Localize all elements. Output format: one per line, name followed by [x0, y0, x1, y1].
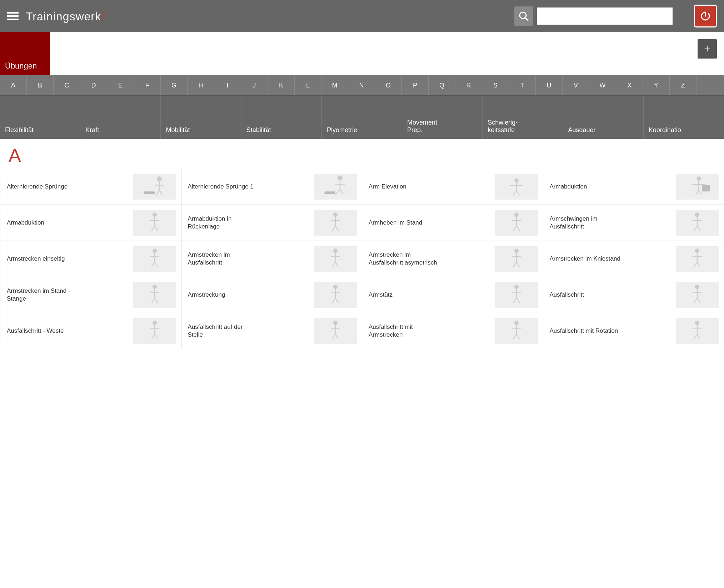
- exercise-item[interactable]: Arm Elevation: [362, 169, 543, 205]
- exercise-item[interactable]: Ausfallschritt auf der Stelle: [181, 313, 363, 349]
- exercise-item[interactable]: Armstrecken im Ausfallschritt: [181, 241, 363, 277]
- filter-item-ausdauer[interactable]: Ausdauer: [563, 96, 644, 139]
- svg-line-91: [155, 334, 158, 339]
- exercise-name: Armstrecken im Ausfallschritt: [188, 251, 259, 267]
- exercise-name: Armstrecken im Kniestand: [550, 255, 620, 263]
- exercise-image: [314, 318, 357, 344]
- exercise-item[interactable]: Armstrecken einseitig: [0, 241, 181, 277]
- svg-point-52: [333, 248, 338, 253]
- svg-point-92: [333, 321, 338, 325]
- svg-rect-9: [144, 191, 155, 194]
- alpha-item-x[interactable]: X: [616, 75, 643, 95]
- svg-line-90: [151, 334, 155, 339]
- exercise-image: [676, 210, 719, 236]
- exercise-image: [133, 246, 176, 272]
- filter-item-flexibilität[interactable]: Flexibilität: [0, 96, 80, 139]
- alpha-item-i[interactable]: I: [214, 75, 241, 95]
- alpha-item-r[interactable]: R: [455, 75, 482, 95]
- sub-header-white: +: [50, 32, 724, 75]
- exercise-image: [676, 246, 719, 272]
- exercise-item[interactable]: Armstrecken im Stand - Stange: [0, 277, 181, 313]
- svg-line-35: [332, 226, 335, 231]
- exercise-item[interactable]: Alternierende Sprünge 1: [181, 169, 363, 205]
- alpha-item-z[interactable]: Z: [670, 75, 696, 95]
- svg-line-8: [159, 190, 163, 196]
- add-button[interactable]: +: [698, 39, 717, 59]
- alpha-item-b[interactable]: B: [27, 75, 54, 95]
- alpha-item-e[interactable]: E: [107, 75, 134, 95]
- alpha-item-t[interactable]: T: [509, 75, 536, 95]
- filter-item-movementprep.[interactable]: MovementPrep.: [402, 96, 483, 139]
- svg-line-60: [513, 262, 516, 267]
- exercise-item[interactable]: Ausfallschritt - Weste: [0, 313, 181, 349]
- logo-text: Trainingswerk: [26, 10, 101, 23]
- alpha-item-m[interactable]: M: [321, 75, 348, 95]
- alpha-item-u[interactable]: U: [536, 75, 563, 95]
- exercise-image: [495, 174, 538, 200]
- svg-line-96: [335, 334, 339, 339]
- filter-item-schwierig-keitsstufe[interactable]: Schwierig-keitsstufe: [483, 96, 563, 139]
- exercise-item[interactable]: Armschwingen im Ausfallschritt: [543, 205, 724, 241]
- svg-point-27: [152, 212, 156, 217]
- section-letter: A: [0, 139, 724, 169]
- filter-item-mobilität[interactable]: Mobilität: [161, 96, 241, 139]
- alpha-item-p[interactable]: P: [402, 75, 429, 95]
- menu-button[interactable]: [7, 12, 19, 20]
- exercise-item[interactable]: Armheben im Stand: [362, 205, 543, 241]
- exercise-item[interactable]: Armabduktion: [543, 169, 724, 205]
- alpha-item-v[interactable]: V: [563, 75, 589, 95]
- exercise-name: Armabduktion: [7, 219, 44, 227]
- filter-item-koordinatio[interactable]: Koordinatio: [644, 96, 724, 139]
- exercise-item[interactable]: Armstrecken im Kniestand: [543, 241, 724, 277]
- exercise-image: [495, 246, 538, 272]
- app-header: Trainingswerk/: [0, 0, 724, 32]
- alpha-item-h[interactable]: H: [188, 75, 214, 95]
- alpha-item-c[interactable]: C: [54, 75, 80, 95]
- svg-line-76: [335, 298, 339, 303]
- svg-line-24: [696, 190, 699, 195]
- svg-line-105: [694, 334, 697, 339]
- exercise-item[interactable]: Armstreckung: [181, 277, 363, 313]
- alpha-item-a[interactable]: A: [0, 75, 27, 95]
- svg-line-7: [156, 190, 159, 196]
- exercise-item[interactable]: Ausfallschritt mit Armstrecken: [362, 313, 543, 349]
- svg-line-20: [516, 191, 520, 196]
- alpha-item-l[interactable]: L: [295, 75, 321, 95]
- exercise-image: [314, 174, 357, 200]
- alpha-item-w[interactable]: W: [589, 75, 616, 95]
- exercise-name: Ausfallschritt mit Armstrecken: [369, 323, 440, 339]
- svg-line-40: [513, 226, 516, 231]
- alpha-item-j[interactable]: J: [241, 75, 268, 95]
- alpha-item-q[interactable]: Q: [429, 75, 455, 95]
- alpha-item-k[interactable]: K: [268, 75, 295, 95]
- alpha-item-o[interactable]: O: [375, 75, 402, 95]
- alpha-item-d[interactable]: D: [80, 75, 107, 95]
- svg-line-51: [155, 262, 158, 267]
- exercise-item[interactable]: Armstrecken im Ausfallschritt asymetrisc…: [362, 241, 543, 277]
- exercise-item[interactable]: Armabduktion: [0, 205, 181, 241]
- filter-item-plyometrie[interactable]: Plyometrie: [322, 96, 402, 139]
- alpha-item-g[interactable]: G: [161, 75, 188, 95]
- svg-line-80: [513, 298, 516, 303]
- exercise-name: Armstütz: [369, 291, 393, 299]
- exercise-item[interactable]: Ausfallschritt mit Rotation: [543, 313, 724, 349]
- exercise-item[interactable]: Alternierende Sprünge: [0, 169, 181, 205]
- search-icon[interactable]: [514, 6, 533, 26]
- exercise-item[interactable]: Ausfallschritt: [543, 277, 724, 313]
- svg-line-50: [151, 262, 155, 267]
- exercise-item[interactable]: Armabduktion in Rückenlage: [181, 205, 363, 241]
- power-button[interactable]: [694, 5, 717, 27]
- svg-line-13: [335, 189, 340, 195]
- svg-line-75: [332, 298, 335, 303]
- alpha-item-y[interactable]: Y: [643, 75, 670, 95]
- search-input[interactable]: [537, 7, 673, 25]
- alpha-item-f[interactable]: F: [134, 75, 161, 95]
- alpha-item-n[interactable]: N: [348, 75, 375, 95]
- svg-line-71: [155, 298, 158, 303]
- filter-item-stabilität[interactable]: Stabilität: [241, 96, 322, 139]
- filter-item-kraft[interactable]: Kraft: [80, 96, 161, 139]
- svg-rect-15: [324, 191, 335, 194]
- svg-point-77: [514, 285, 518, 289]
- alpha-item-s[interactable]: S: [482, 75, 509, 95]
- exercise-item[interactable]: Armstütz: [362, 277, 543, 313]
